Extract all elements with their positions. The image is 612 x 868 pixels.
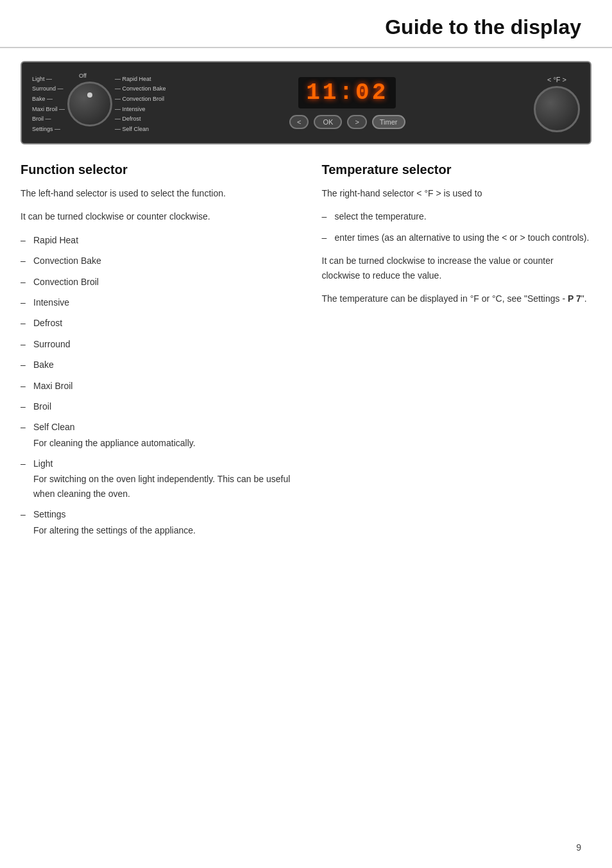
dial-indicator bbox=[87, 92, 92, 98]
timer-button[interactable]: Timer bbox=[372, 115, 405, 129]
list-item: Convection Bake bbox=[21, 254, 291, 268]
center-display: 11:02 < OK > Timer bbox=[166, 77, 529, 132]
item-label: Bake bbox=[33, 360, 54, 370]
label-settings: Settings — bbox=[32, 125, 65, 134]
list-item: Surround bbox=[21, 337, 291, 351]
item-label: Broil bbox=[33, 401, 51, 412]
button-row: < OK > Timer bbox=[289, 115, 405, 129]
list-item: Rapid Heat bbox=[21, 233, 291, 247]
function-list: Rapid Heat Convection Bake Convection Br… bbox=[21, 233, 291, 537]
label-rapidheat: — Rapid Heat bbox=[115, 75, 166, 83]
main-content: Function selector The left-hand selector… bbox=[0, 162, 612, 544]
label-broil: Broil — bbox=[32, 115, 65, 123]
item-label: Self Clean bbox=[33, 422, 75, 432]
right-dial-labels: — Rapid Heat — Convection Bake — Convect… bbox=[115, 75, 166, 134]
item-label: Defrost bbox=[33, 318, 62, 328]
list-item: Settings For altering the settings of th… bbox=[21, 507, 291, 537]
list-item: Maxi Broil bbox=[21, 379, 291, 393]
item-subtext: For altering the settings of the applian… bbox=[33, 523, 291, 537]
list-item: Self Clean For cleaning the appliance au… bbox=[21, 420, 291, 450]
left-dial[interactable] bbox=[67, 82, 112, 126]
left-dial-section: Light — Surround — Bake — Maxi Broil — B… bbox=[32, 75, 166, 134]
temp-list-item: select the temperature. bbox=[322, 209, 592, 223]
item-subtext: For cleaning the appliance automatically… bbox=[33, 436, 291, 450]
right-dial-area: < °F > bbox=[534, 76, 580, 132]
item-label: Surround bbox=[33, 339, 71, 349]
left-button[interactable]: < bbox=[289, 115, 309, 129]
list-item: Defrost bbox=[21, 316, 291, 330]
label-convectionbake: — Convection Bake bbox=[115, 85, 166, 93]
page-header: Guide to the display bbox=[0, 0, 612, 48]
left-dial-labels: Light — Surround — Bake — Maxi Broil — B… bbox=[32, 75, 65, 134]
temperature-selector-title: Temperature selector bbox=[322, 162, 592, 177]
temperature-selector-section: Temperature selector The right-hand sele… bbox=[306, 162, 592, 544]
page-number: 9 bbox=[576, 842, 581, 853]
function-selector-intro2: It can be turned clockwise or counter cl… bbox=[21, 209, 291, 223]
label-off: Off bbox=[79, 73, 87, 79]
function-selector-section: Function selector The left-hand selector… bbox=[21, 162, 306, 544]
time-display: 11:02 bbox=[298, 77, 396, 108]
list-item: Intensive bbox=[21, 295, 291, 309]
ok-button[interactable]: OK bbox=[314, 115, 342, 129]
right-dial[interactable] bbox=[534, 86, 580, 132]
list-item: Light For switching on the oven light in… bbox=[21, 456, 291, 501]
label-maxibroil: Maxi Broil — bbox=[32, 105, 65, 114]
list-item: Convection Broil bbox=[21, 275, 291, 289]
item-label: Convection Bake bbox=[33, 256, 101, 266]
item-label: Convection Broil bbox=[33, 277, 99, 287]
label-intensive: — Intensive bbox=[115, 105, 166, 114]
item-label: Light bbox=[33, 458, 53, 469]
function-selector-intro1: The left-hand selector is used to select… bbox=[21, 186, 291, 200]
page-title: Guide to the display bbox=[31, 15, 581, 39]
item-label: Settings bbox=[33, 509, 66, 519]
item-label: Maxi Broil bbox=[33, 381, 72, 391]
item-label: Rapid Heat bbox=[33, 235, 78, 245]
label-convectionbroil: — Convection Broil bbox=[115, 95, 166, 103]
oven-panel: Light — Surround — Bake — Maxi Broil — B… bbox=[21, 61, 591, 144]
temperature-para1: It can be turned clockwise to increase t… bbox=[322, 254, 592, 282]
item-subtext: For switching on the oven light independ… bbox=[33, 472, 291, 501]
item-label: Intensive bbox=[33, 297, 69, 308]
label-bake: Bake — bbox=[32, 95, 65, 103]
label-light: Light — bbox=[32, 75, 65, 83]
label-selfclean: — Self Clean bbox=[115, 125, 166, 134]
temperature-list: select the temperature. enter times (as … bbox=[322, 209, 592, 245]
temp-label: < °F > bbox=[547, 76, 566, 83]
temperature-para2: The temperature can be displayed in °F o… bbox=[322, 291, 592, 306]
list-item: Broil bbox=[21, 399, 291, 413]
temperature-selector-intro: The right-hand selector < °F > is used t… bbox=[322, 186, 592, 200]
label-defrost: — Defrost bbox=[115, 115, 166, 123]
label-surround: Surround — bbox=[32, 85, 65, 93]
temp-list-item: enter times (as an alternative to using … bbox=[322, 230, 592, 245]
function-selector-title: Function selector bbox=[21, 162, 291, 177]
list-item: Bake bbox=[21, 358, 291, 372]
right-button[interactable]: > bbox=[347, 115, 366, 129]
